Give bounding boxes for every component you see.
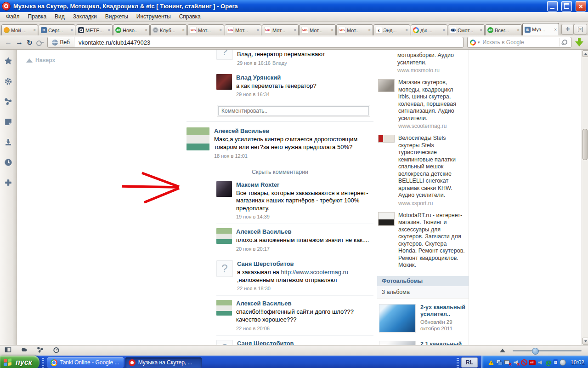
warning-icon[interactable] xyxy=(487,359,495,366)
task-button[interactable]: Tanki Online - Google ... xyxy=(47,357,124,368)
menu-view[interactable]: Вид xyxy=(51,12,69,21)
bluetooth-icon[interactable] xyxy=(553,359,558,366)
tab-close-icon[interactable] xyxy=(554,27,557,32)
tab-close-icon[interactable] xyxy=(107,28,110,33)
download-arrow-icon[interactable] xyxy=(575,38,583,47)
avatar[interactable] xyxy=(216,74,232,90)
network-error-icon[interactable] xyxy=(504,359,511,366)
scroll-up-button[interactable] xyxy=(582,50,588,57)
closed-tabs-button[interactable] xyxy=(574,24,587,34)
blocked-icon[interactable] xyxy=(520,359,528,366)
search-input[interactable] xyxy=(482,39,557,46)
url-field[interactable]: Веб vkontakte.ru/club14479023 xyxy=(47,37,464,48)
tab[interactable]: д\к ... xyxy=(411,24,447,35)
hide-comments-link[interactable]: Скрыть комментарии xyxy=(187,162,373,177)
menu-widgets[interactable]: Виджеты xyxy=(101,12,132,21)
menu-help[interactable]: Справка xyxy=(175,12,205,21)
add-panel-icon[interactable] xyxy=(4,178,12,187)
ad-item[interactable]: MotodaRT.ru - интернет-магазин. Тюнинг и… xyxy=(377,210,469,272)
album-item[interactable]: 2.1 канальный усилитель.. Обновлён 29 ок… xyxy=(377,335,469,345)
tab[interactable]: Серг... xyxy=(39,24,75,35)
tab-close-icon[interactable] xyxy=(219,28,222,33)
reply-to-link[interactable]: Владу xyxy=(272,60,287,66)
tab-close-icon[interactable] xyxy=(182,28,185,33)
panels-toggle-icon[interactable] xyxy=(5,346,11,355)
tab-close-icon[interactable] xyxy=(70,28,73,33)
search-icon[interactable] xyxy=(559,38,569,46)
tab-close-icon[interactable] xyxy=(331,28,334,33)
avatar[interactable] xyxy=(216,50,233,60)
unite-icon[interactable] xyxy=(4,98,12,106)
avatar[interactable] xyxy=(216,181,232,197)
audio-icon[interactable] xyxy=(537,359,544,366)
album-item[interactable]: 2-ух канальный усилител.. Обновлён 29 ок… xyxy=(377,299,469,335)
tab[interactable]: МЕТЕ... xyxy=(76,24,113,35)
minimize-button[interactable] xyxy=(547,1,558,12)
author-link[interactable]: Влад Урянский xyxy=(236,74,373,81)
language-indicator[interactable]: RL xyxy=(461,357,478,368)
bookmarks-star-icon[interactable] xyxy=(4,57,12,65)
task-button-active[interactable]: Музыка на Скутер, ... xyxy=(125,357,202,368)
tab[interactable]: Мой ... xyxy=(1,24,38,35)
tab[interactable]: Мот... xyxy=(262,24,299,35)
menu-tools[interactable]: Инструменты xyxy=(132,12,175,21)
tab[interactable]: Смот... xyxy=(448,24,485,35)
tab-active[interactable]: Муз... xyxy=(522,23,559,35)
author-link[interactable]: Саня Шерстобитов xyxy=(237,260,373,267)
tab-close-icon[interactable] xyxy=(145,28,147,33)
external-link[interactable]: http://www.scootermag.ru xyxy=(281,269,348,276)
start-button[interactable]: пуск xyxy=(0,356,40,368)
tab-close-icon[interactable] xyxy=(33,28,36,33)
downloads-icon[interactable] xyxy=(4,138,12,146)
tab[interactable]: Клуб... xyxy=(150,24,187,35)
history-clock-icon[interactable] xyxy=(4,158,12,167)
comment-input[interactable] xyxy=(218,106,369,115)
menu-file[interactable]: Файл xyxy=(2,12,24,21)
icq-icon[interactable] xyxy=(545,359,552,366)
ati-icon[interactable] xyxy=(529,360,536,365)
scroll-down-button[interactable] xyxy=(582,338,588,345)
chevron-down-icon[interactable] xyxy=(478,40,480,45)
fit-width-icon[interactable] xyxy=(500,349,505,352)
safely-remove-icon[interactable] xyxy=(559,359,566,366)
search-box[interactable] xyxy=(467,37,571,48)
zoom-slider-thumb[interactable] xyxy=(532,348,539,355)
tab-close-icon[interactable] xyxy=(256,28,259,33)
photo-albums-header[interactable]: Фотоальбомы xyxy=(377,276,469,286)
author-link[interactable]: Саня Шерстобитов xyxy=(237,340,373,345)
avatar[interactable] xyxy=(216,340,233,345)
web-mode-badge[interactable]: Веб xyxy=(48,37,74,47)
audio-muted-icon[interactable] xyxy=(512,359,520,366)
tab-close-icon[interactable] xyxy=(405,28,408,33)
album-thumbnail[interactable] xyxy=(379,341,416,345)
tab[interactable]: Мот... xyxy=(187,24,224,35)
key-icon[interactable] xyxy=(36,40,44,45)
album-link[interactable]: 2.1 канальный усилитель.. xyxy=(420,341,466,345)
tab-close-icon[interactable] xyxy=(368,28,371,33)
tab[interactable]: Ново... xyxy=(113,24,150,35)
reload-button[interactable] xyxy=(27,39,33,46)
author-link[interactable]: Алексей Васильев xyxy=(236,300,373,307)
tab-close-icon[interactable] xyxy=(294,28,296,33)
vertical-scrollbar[interactable] xyxy=(582,50,588,345)
tab-close-icon[interactable] xyxy=(442,28,445,33)
avatar[interactable] xyxy=(216,228,232,244)
author-link[interactable]: Алексей Васильев xyxy=(214,127,373,134)
author-link[interactable]: Максим Roxter xyxy=(236,181,373,188)
album-thumbnail[interactable] xyxy=(379,304,416,333)
new-tab-button[interactable] xyxy=(561,24,574,34)
tab-close-icon[interactable] xyxy=(480,28,482,33)
network-icon[interactable] xyxy=(496,359,503,366)
notes-icon[interactable] xyxy=(4,118,12,126)
url-text[interactable]: vkontakte.ru/club14479023 xyxy=(74,39,154,46)
unite-icon[interactable] xyxy=(37,346,44,355)
author-link[interactable]: Алексей Васильев xyxy=(236,228,373,235)
restore-button[interactable] xyxy=(561,1,572,12)
tab[interactable]: Мот... xyxy=(336,24,373,35)
avatar[interactable] xyxy=(216,300,232,316)
zoom-slider[interactable] xyxy=(513,350,582,351)
tab-close-icon[interactable] xyxy=(517,28,520,33)
back-button[interactable] xyxy=(5,39,12,46)
turbo-gauge-icon[interactable] xyxy=(53,346,60,355)
ad-item[interactable]: Велосипеды Stels скутеры Stels туристиче… xyxy=(377,132,469,210)
